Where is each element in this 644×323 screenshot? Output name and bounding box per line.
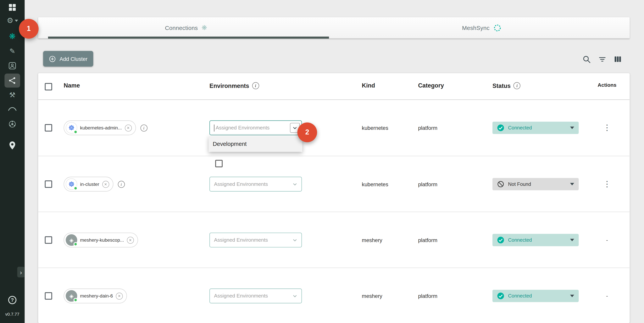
status-dot	[74, 130, 78, 134]
connection-chip[interactable]: ☸ kubernetes-admin... ×	[64, 120, 136, 135]
help-button[interactable]: ?	[0, 296, 25, 304]
kebab-menu-icon[interactable]: ⋮	[603, 180, 611, 188]
snowflake-icon: ❋	[9, 32, 16, 40]
sidebar-expand-button[interactable]: ›	[17, 267, 24, 277]
kind-value: kubernetes	[362, 125, 388, 131]
network-icon[interactable]	[0, 73, 25, 88]
close-icon[interactable]: ×	[102, 181, 109, 188]
table-header: Name Environments i Kind Category Status…	[38, 73, 630, 100]
status-label: Not Found	[508, 181, 566, 187]
annotation-badge-2: 2	[297, 123, 317, 142]
select-caret[interactable]	[288, 236, 302, 244]
column-header-actions: Actions	[584, 82, 630, 88]
chevron-down-icon	[291, 180, 298, 188]
environments-placeholder: Assigned Environments	[210, 293, 288, 299]
kubernetes-avatar: ☸	[66, 122, 77, 134]
configuration-icon[interactable]: ✎	[0, 46, 25, 56]
environments-placeholder: Assigned Environments	[214, 125, 288, 131]
kubernetes-avatar: ☸	[66, 178, 77, 190]
search-icon[interactable]	[582, 54, 592, 64]
extensions-icon[interactable]	[0, 104, 25, 113]
kind-value: kubernetes	[362, 181, 388, 187]
row-checkbox[interactable]	[45, 236, 52, 244]
environments-placeholder: Assigned Environments	[210, 181, 288, 187]
chevron-down-icon	[15, 20, 18, 22]
environments-select[interactable]: Assigned Environments	[210, 289, 302, 303]
kind-value: meshery	[362, 293, 382, 299]
connection-chip[interactable]: ◈ meshery-kubescop... ×	[64, 233, 138, 247]
gear-icon: ⚙	[7, 17, 13, 24]
select-all-checkbox[interactable]	[45, 83, 52, 90]
environments-select[interactable]: Assigned Environments	[210, 233, 302, 247]
version-label: v0.7.77	[0, 311, 25, 317]
chip-label: meshery-dain-6	[80, 293, 113, 298]
connections-table: Name Environments i Kind Category Status…	[38, 73, 630, 323]
no-actions-dash: -	[606, 293, 608, 299]
users-icon[interactable]	[0, 61, 25, 71]
pin-icon[interactable]	[0, 141, 25, 150]
environments-select[interactable]: Assigned Environments	[210, 120, 302, 135]
option-label: Development	[213, 140, 247, 147]
network-highlight	[4, 74, 20, 88]
select-caret[interactable]	[288, 292, 302, 300]
dropdown-option-development[interactable]: Development	[209, 136, 302, 151]
connection-chip[interactable]: ◈ meshery-dain-6 ×	[64, 289, 127, 303]
tab-meshsync[interactable]: MeshSync	[334, 17, 630, 39]
caret-down-icon	[570, 239, 574, 241]
status-dot	[74, 242, 78, 246]
status-label: Connected	[508, 237, 566, 243]
caret-down-icon	[570, 294, 574, 297]
close-icon[interactable]: ×	[116, 292, 123, 299]
row-checkbox[interactable]	[45, 180, 52, 188]
info-icon[interactable]: i	[118, 181, 125, 188]
environments-select[interactable]: Assigned Environments	[210, 177, 302, 192]
row-checkbox[interactable]	[45, 292, 52, 300]
tabbar: Connections ❋ MeshSync	[38, 17, 630, 39]
dashboard-icon[interactable]	[0, 3, 25, 12]
select-caret[interactable]	[288, 180, 302, 188]
column-header-category: Category	[418, 82, 444, 89]
filter-icon[interactable]	[597, 54, 607, 64]
toolbox-icon[interactable]: ⚒	[0, 90, 25, 100]
meshery-logo-icon: ◈	[70, 237, 74, 243]
tab-meshsync-label: MeshSync	[462, 25, 490, 31]
kind-value: meshery	[362, 237, 382, 243]
check-circle-icon	[497, 124, 504, 132]
close-icon[interactable]: ×	[127, 236, 134, 243]
columns-icon[interactable]	[613, 54, 622, 64]
row-checkbox[interactable]	[45, 124, 52, 132]
status-badge[interactable]: Connected	[492, 290, 579, 302]
status-badge[interactable]: Connected	[492, 234, 579, 246]
column-header-kind: Kind	[362, 82, 375, 89]
status-label: Connected	[508, 293, 566, 299]
category-value: platform	[418, 237, 438, 243]
tab-connections[interactable]: Connections ❋	[38, 17, 334, 39]
chip-label: meshery-kubescop...	[80, 238, 124, 243]
connection-chip[interactable]: ☸ in-cluster ×	[64, 177, 113, 192]
caret-down-icon	[570, 183, 574, 185]
status-label: Connected	[508, 125, 566, 131]
kebab-menu-icon[interactable]: ⋮	[603, 123, 611, 132]
column-header-status: Status i	[492, 82, 520, 89]
tab-connections-label: Connections	[165, 25, 198, 31]
chevron-down-icon	[291, 292, 298, 300]
connections-tab-icon: ❋	[202, 25, 207, 31]
info-icon[interactable]: i	[252, 82, 259, 89]
info-icon[interactable]: i	[514, 82, 520, 89]
hammer-icon: ⚒	[9, 91, 16, 98]
chip-label: in-cluster	[80, 182, 99, 187]
chevron-right-icon: ›	[20, 268, 22, 275]
status-badge[interactable]: Connected	[492, 122, 579, 134]
info-icon[interactable]: i	[140, 124, 147, 131]
adapters-icon[interactable]	[0, 119, 25, 129]
status-badge[interactable]: Not Found	[492, 178, 579, 190]
sidebar: ⚙ ❋ ✎ ⚒ › ?	[0, 0, 25, 323]
close-icon[interactable]: ×	[125, 124, 132, 131]
table-row: ☸ in-cluster × i Assigned Environments k…	[38, 156, 630, 211]
name-cell: ☸ kubernetes-admin... × i	[64, 120, 147, 135]
option-checkbox[interactable]	[215, 160, 222, 167]
meshery-avatar: ◈	[66, 290, 77, 302]
plus-circle-icon	[49, 55, 56, 62]
environments-dropdown: Development	[209, 136, 302, 152]
add-cluster-button[interactable]: Add Cluster	[43, 51, 93, 67]
